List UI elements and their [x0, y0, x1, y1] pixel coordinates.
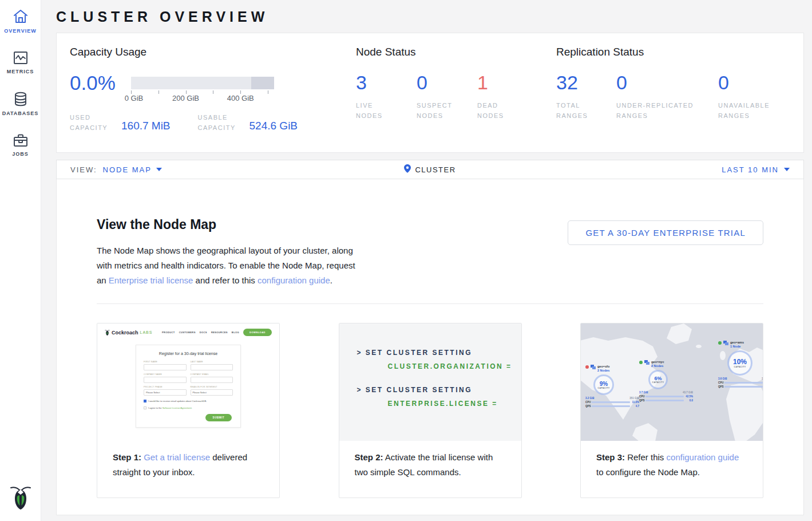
status-badge — [718, 341, 722, 345]
license-agreement-link: Software License Agreement. — [163, 406, 192, 409]
region-used: 3.7 GiB — [639, 391, 648, 394]
suspect-nodes-value: 0 — [417, 72, 477, 93]
capacity-axis-labels: 0 GiB 200 GiB 400 GiB — [131, 94, 274, 103]
download-pill: DOWNLOAD — [243, 329, 272, 336]
sidebar-item-overview[interactable]: OVERVIEW — [0, 9, 41, 34]
configuration-guide-link[interactable]: configuration guide — [258, 275, 330, 285]
nodes-cube-icon — [723, 341, 728, 345]
step3-label: Step 3: — [596, 452, 625, 462]
qps-label: QPS — [718, 385, 723, 388]
home-icon — [13, 9, 29, 24]
nodes-cube-icon — [591, 365, 596, 369]
capacity-percent: 9% — [600, 381, 608, 387]
capacity-label: CAPACITY — [598, 387, 610, 389]
cpu-value: 11.0% — [631, 401, 639, 404]
view-selector-dropdown[interactable]: NODE MAP — [103, 165, 162, 174]
cluster-summary-panel: Capacity Usage 0.0% — [56, 33, 804, 153]
step3-node-map-preview: geo=sfo 2 Nodes 9% CAPACITY 3.2 GiB351 G… — [581, 323, 763, 441]
nav-item: CUSTOMERS — [179, 331, 196, 334]
cockroach-logo-icon — [10, 484, 31, 513]
time-range-value: LAST 10 MIN — [722, 165, 779, 174]
databases-icon — [14, 92, 27, 106]
field-label: REASON FOR INTEREST — [191, 386, 233, 388]
region-total: 43.7 GiB — [683, 391, 693, 394]
view-selector-value: NODE MAP — [103, 165, 152, 174]
time-range-dropdown[interactable]: LAST 10 MIN — [722, 165, 790, 174]
capacity-donut: 6% CAPACITY — [648, 370, 668, 389]
qps-bar — [645, 400, 684, 401]
live-nodes-label: LIVE NODES — [356, 100, 396, 121]
axis-tick-label: 200 GiB — [172, 94, 199, 102]
step1-caption: Step 1: Get a trial license delivered st… — [97, 441, 279, 480]
usable-capacity-value: 524.6 GiB — [249, 120, 298, 133]
node-map-description: The Node Map shows the geographical layo… — [97, 243, 359, 288]
chevron-down-icon — [156, 168, 162, 171]
text-input — [191, 364, 233, 370]
step2-card: > SET CLUSTER SETTING CLUSTER.ORGANIZATI… — [339, 323, 522, 498]
axis-tick-label: 400 GiB — [227, 94, 254, 102]
cpu-bar — [645, 396, 684, 397]
sidebar-item-metrics[interactable]: METRICS — [0, 51, 41, 74]
qps-label: QPS — [639, 399, 644, 402]
live-nodes-value: 3 — [356, 72, 417, 93]
code-argument: ENTERPRISE.LICENSE = — [388, 400, 521, 408]
sidebar-item-jobs[interactable]: JOBS — [0, 133, 41, 157]
qps-bar — [724, 386, 763, 388]
chevron-down-icon — [784, 168, 790, 171]
axis-tick-label: 0 GiB — [125, 94, 144, 102]
step2-label: Step 2: — [355, 452, 383, 462]
step3-card: geo=sfo 2 Nodes 9% CAPACITY 3.2 GiB351 G… — [580, 323, 763, 498]
get-trial-license-link[interactable]: Get a trial license — [144, 452, 210, 462]
section-divider — [97, 303, 763, 304]
unavailable-ranges-value: 0 — [718, 72, 781, 93]
region-total: 351 GiB — [629, 397, 639, 400]
checkbox-checked — [144, 400, 146, 402]
capacity-bar — [131, 77, 274, 89]
capacity-bar-chart: 0 GiB 200 GiB 400 GiB — [131, 72, 274, 103]
region-name: geo=sfo — [597, 365, 609, 369]
main-content: CLUSTER OVERVIEW Capacity Usage 0.0% — [41, 0, 812, 515]
checkbox-label: I would like to receive email updates ab… — [148, 400, 207, 402]
metrics-icon — [13, 51, 28, 65]
region-name: geo=nyc — [651, 360, 664, 364]
view-label: VIEW: — [70, 165, 97, 174]
region-node-count: 1 Node — [730, 345, 744, 348]
sidebar-item-databases[interactable]: DATABASES — [0, 92, 41, 116]
capacity-donut: 10% CAPACITY — [727, 350, 752, 376]
field-label: PROJECT PHASE — [144, 386, 187, 388]
step1-label: Step 1: — [113, 452, 141, 462]
region-total: 36.4 GiB — [762, 377, 763, 380]
sidebar-item-label: OVERVIEW — [4, 28, 36, 34]
select-input: Please Select — [191, 389, 233, 396]
total-ranges-stat: 32 TOTAL RANGES — [556, 72, 616, 121]
dead-nodes-value: 1 — [477, 72, 538, 93]
region-name: geo=ams — [730, 341, 744, 345]
field-label: LAST NAME — [191, 361, 233, 363]
under-replicated-ranges-stat: 0 UNDER-REPLICATED RANGES — [616, 72, 718, 121]
capacity-percent: 10% — [733, 358, 747, 366]
qps-bar — [592, 405, 630, 407]
unavailable-ranges-stat: 0 UNAVAILABLE RANGES — [718, 72, 781, 121]
region-used: 3.6 GiB — [718, 377, 727, 380]
code-keyword: SET CLUSTER SETTING — [366, 386, 472, 394]
enterprise-trial-button[interactable]: GET A 30-DAY ENTERPRISE TRIAL — [568, 220, 763, 245]
capacity-label: CAPACITY — [652, 381, 664, 384]
qps-label: QPS — [585, 405, 591, 408]
nodes-cube-icon — [644, 360, 649, 365]
cpu-label: CPU — [585, 401, 591, 404]
cpu-label: CPU — [718, 381, 723, 384]
sidebar-item-label: JOBS — [12, 151, 29, 157]
node-map-heading: View the Node Map — [97, 217, 359, 232]
unavailable-ranges-label: UNAVAILABLE RANGES — [718, 100, 781, 121]
code-keyword: SET CLUSTER SETTING — [366, 349, 472, 357]
used-capacity-label: USED CAPACITY — [70, 112, 121, 133]
configuration-guide-link-step3[interactable]: configuration guide — [667, 452, 739, 462]
minisite-nav: PRODUCT CUSTOMERS DOCS RESOURCES BLOG — [162, 331, 239, 334]
nav-item: DOCS — [200, 331, 207, 334]
node-map-region-ams: geo=ams 1 Node 10% CAPACITY 3.6 GiB36.4 … — [718, 341, 763, 388]
nav-item: PRODUCT — [162, 331, 175, 334]
form-title: Register for a 30-day trial license — [144, 352, 233, 356]
enterprise-trial-license-link[interactable]: Enterprise trial license — [109, 275, 193, 285]
capacity-label: CAPACITY — [734, 366, 746, 368]
sidebar: OVERVIEW METRICS DATABASES — [0, 0, 41, 521]
